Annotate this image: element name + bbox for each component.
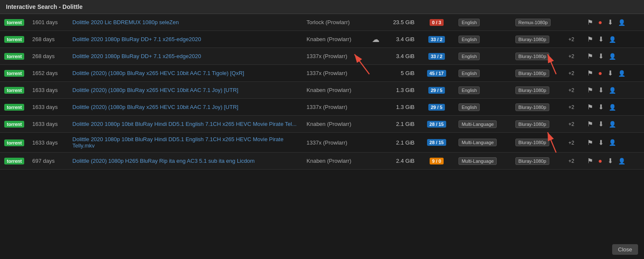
download-icon[interactable]: ⬇	[596, 85, 605, 95]
seeds-peers-cell: 29 / 5	[417, 99, 456, 116]
flag-icon[interactable]: ⚑	[585, 85, 595, 95]
add-to-wanted-icon[interactable]: 👤	[616, 69, 627, 78]
rejection-icon[interactable]: ●	[596, 156, 604, 166]
result-title-link[interactable]: Dolittle (2020) (1080p BluRay x265 HEVC …	[73, 70, 245, 76]
results-table: torrent1601 daysDolittle 2020 Lic BDREMU…	[0, 14, 644, 170]
download-icon[interactable]: ⬇	[596, 138, 605, 148]
plus-cell	[566, 14, 583, 31]
plus-badge[interactable]: +2	[568, 53, 574, 59]
table-row: torrent1652 daysDolittle (2020) (1080p B…	[0, 65, 644, 82]
indexer-cell: Knaben (Prowlarr)	[304, 82, 369, 99]
seeds-peers-badge: 29 / 5	[428, 87, 445, 94]
table-row: torrent1633 daysDolittle (2020) (1080p B…	[0, 99, 644, 116]
seeds-peers-badge: 29 / 5	[428, 104, 445, 111]
actions-cell: ⚑⬇👤	[583, 82, 644, 99]
language-cell: English	[456, 99, 513, 116]
result-title-link[interactable]: Dolittle (2020) (1080p BluRay x265 HEVC …	[73, 104, 239, 110]
download-icon[interactable]: ⬇	[606, 68, 615, 78]
plus-badge[interactable]: +2	[568, 104, 574, 110]
flag-icon[interactable]: ⚑	[585, 119, 595, 129]
language-badge: English	[458, 36, 480, 43]
quality-badge: Bluray-1080p	[515, 139, 549, 146]
plus-badge[interactable]: +2	[568, 121, 574, 127]
actions-cell: ⚑⬇👤	[583, 99, 644, 116]
add-to-wanted-icon[interactable]: 👤	[607, 103, 618, 111]
plus-badge[interactable]: +2	[568, 70, 574, 76]
add-to-wanted-icon[interactable]: 👤	[607, 52, 618, 61]
indexer-cell: 1337x (Prowlarr)	[304, 133, 369, 153]
result-title-link[interactable]: Dolittle (2020) 1080p H265 BluRay Rip it…	[73, 158, 255, 164]
quality-badge: Bluray-1080p	[515, 103, 549, 111]
quality-cell: Bluray-1080p	[513, 31, 566, 48]
seeds-peers-badge: 28 / 15	[427, 139, 447, 146]
actions-cell: ⚑⬇👤	[583, 116, 644, 133]
flag-icon[interactable]: ⚑	[585, 102, 595, 112]
add-to-wanted-icon[interactable]: 👤	[607, 86, 618, 95]
size-cell: 1.3 GiB	[382, 99, 417, 116]
add-to-wanted-icon[interactable]: 👤	[607, 35, 618, 44]
age-cell: 268 days	[30, 48, 70, 65]
flag-icon[interactable]: ⚑	[585, 138, 595, 148]
add-to-wanted-icon[interactable]: 👤	[607, 120, 618, 128]
plus-cell: +2	[566, 31, 583, 48]
result-title-link[interactable]: Dolittle 2020 1080p BluRay DD+ 7.1 x265-…	[73, 53, 201, 59]
result-title-link[interactable]: Dolittle (2020) (1080p BluRay x265 HEVC …	[73, 87, 239, 93]
download-icon[interactable]: ⬇	[596, 102, 605, 112]
add-to-wanted-icon[interactable]: 👤	[607, 138, 618, 147]
cloud-cell	[369, 48, 382, 65]
download-icon[interactable]: ⬇	[596, 34, 605, 44]
download-icon[interactable]: ⬇	[596, 119, 605, 129]
seeds-peers-cell: 0 / 3	[417, 14, 456, 31]
plus-badge[interactable]: +2	[568, 158, 574, 164]
language-badge: Multi-Language	[458, 139, 497, 146]
plus-cell: +2	[566, 153, 583, 170]
table-row: torrent697 daysDolittle (2020) 1080p H26…	[0, 153, 644, 170]
indexer-cell: 1337x (Prowlarr)	[304, 99, 369, 116]
download-icon[interactable]: ⬇	[606, 156, 615, 166]
type-badge: torrent	[4, 104, 24, 111]
plus-cell: +2	[566, 65, 583, 82]
seeds-peers-badge: 0 / 3	[430, 19, 444, 26]
size-cell: 1.3 GiB	[382, 82, 417, 99]
seeds-peers-cell: 28 / 15	[417, 133, 456, 153]
age-cell: 1601 days	[30, 14, 70, 31]
flag-icon[interactable]: ⚑	[585, 68, 595, 78]
cloud-cell: ☁	[369, 31, 382, 48]
plus-badge[interactable]: +2	[568, 36, 574, 42]
download-icon[interactable]: ⬇	[596, 51, 605, 61]
language-badge: English	[458, 53, 480, 60]
result-title-link[interactable]: Dolittle 2020 1080p 10bit BluRay Hindi D…	[73, 136, 284, 149]
result-title-link[interactable]: Dolittle 2020 1080p BluRay DD+ 7.1 x265-…	[73, 36, 201, 42]
flag-icon[interactable]: ⚑	[585, 51, 595, 61]
download-icon[interactable]: ⬇	[606, 17, 615, 27]
actions-cell: ⚑⬇👤	[583, 48, 644, 65]
add-to-wanted-icon[interactable]: 👤	[616, 157, 627, 165]
result-title-link[interactable]: Dolittle 2020 Lic BDREMUX 1080p seleZen	[73, 19, 179, 25]
seeds-peers-cell: 9 / 0	[417, 153, 456, 170]
plus-cell: +2	[566, 82, 583, 99]
seeds-peers-badge: 33 / 2	[428, 36, 445, 43]
plus-badge[interactable]: +2	[568, 87, 574, 93]
rejection-icon[interactable]: ●	[596, 18, 604, 27]
flag-icon[interactable]: ⚑	[585, 17, 595, 27]
title-bar: Interactive Search - Dolittle	[0, 0, 644, 14]
table-row: torrent1601 daysDolittle 2020 Lic BDREMU…	[0, 14, 644, 31]
rejection-icon[interactable]: ●	[596, 69, 604, 78]
result-title-link[interactable]: Dolittle 2020 1080p 10bit BluRay Hindi D…	[73, 121, 297, 127]
type-badge: torrent	[4, 121, 24, 128]
type-badge: torrent	[4, 70, 24, 77]
language-cell: English	[456, 48, 513, 65]
quality-badge: Bluray-1080p	[515, 157, 549, 165]
seeds-peers-cell: 28 / 15	[417, 116, 456, 133]
flag-icon[interactable]: ⚑	[585, 156, 595, 166]
add-to-wanted-icon[interactable]: 👤	[616, 18, 627, 27]
actions-cell: ⚑⬇👤	[583, 133, 644, 153]
quality-badge: Bluray-1080p	[515, 53, 549, 60]
quality-badge: Bluray-1080p	[515, 120, 549, 128]
type-badge: torrent	[4, 53, 24, 60]
language-cell: English	[456, 82, 513, 99]
language-cell: English	[456, 65, 513, 82]
flag-icon[interactable]: ⚑	[585, 34, 595, 44]
close-button[interactable]: Close	[612, 244, 638, 255]
plus-badge[interactable]: +2	[568, 140, 574, 146]
